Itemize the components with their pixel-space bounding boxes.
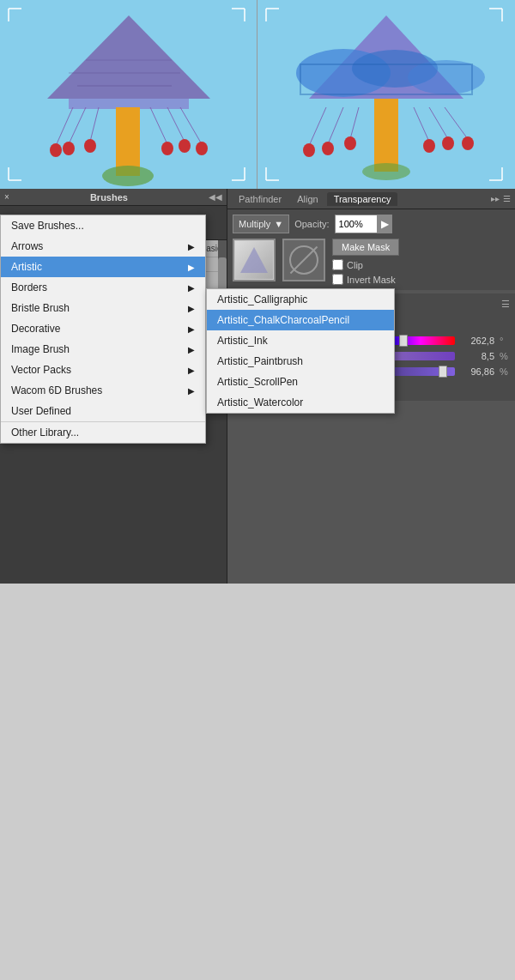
clip-label: Clip — [347, 260, 363, 270]
arrow-icon: ▶ — [188, 263, 195, 272]
svg-line-42 — [309, 107, 326, 146]
h-thumb[interactable] — [399, 335, 408, 347]
tab-align[interactable]: Align — [290, 192, 324, 206]
mask-preview — [235, 241, 273, 279]
transparency-row1: Multiply ▼ Opacity: 100% ▶ — [233, 215, 510, 233]
arrow-icon: ▶ — [188, 345, 195, 354]
svg-line-44 — [328, 107, 343, 144]
canvas-left — [0, 0, 258, 189]
no-mask-circle — [289, 245, 318, 275]
opacity-label: Opacity: — [294, 219, 329, 229]
svg-marker-54 — [240, 247, 268, 273]
menu-item-artistic[interactable]: Artistic ▶ — [1, 257, 205, 277]
clip-checkbox[interactable] — [332, 259, 343, 270]
arrow-icon: ▶ — [188, 366, 195, 375]
mask-preview-svg — [237, 244, 271, 276]
transparency-content: Multiply ▼ Opacity: 100% ▶ — [227, 209, 515, 290]
menu-item-user-defined[interactable]: User Defined — [1, 401, 205, 421]
submenu-item-calligraphic[interactable]: Artistic_Calligraphic — [207, 289, 394, 310]
artistic-submenu[interactable]: Artistic_Calligraphic Artistic_ChalkChar… — [206, 288, 395, 414]
no-mask-indicator — [282, 239, 325, 281]
svg-point-22 — [161, 142, 173, 155]
tab-icons: ▸▸ ☰ — [491, 194, 511, 203]
h-unit: ° — [500, 336, 510, 346]
menu-item-wacom[interactable]: Wacom 6D Brushes ▶ — [1, 380, 205, 401]
mask-options: Make Mask Clip Invert Mask — [332, 239, 399, 285]
svg-line-50 — [429, 107, 448, 139]
svg-line-21 — [150, 107, 167, 144]
svg-line-19 — [90, 107, 99, 142]
dropdown-arrow-icon: ▼ — [274, 219, 283, 229]
menu-item-vector-packs[interactable]: Vector Packs ▶ — [1, 360, 205, 380]
b-value: 96,86 — [460, 366, 494, 377]
brushes-title-bar: × Brushes ◀◀ — [0, 189, 227, 206]
panels-wrapper: × Brushes ◀◀ Basic — [0, 189, 515, 584]
svg-point-14 — [102, 166, 154, 186]
h-value: 262,8 — [460, 336, 494, 346]
tab-transparency[interactable]: Transparency — [327, 192, 398, 206]
arrow-icon: ▶ — [188, 386, 195, 396]
svg-line-17 — [69, 107, 86, 144]
color-panel-menu[interactable]: ☰ — [501, 299, 510, 310]
svg-point-47 — [344, 136, 356, 150]
svg-point-53 — [462, 136, 474, 150]
tab-bar: Pathfinder Align Transparency ▸▸ ☰ — [227, 189, 515, 209]
invert-mask-checkbox-row: Invert Mask — [332, 274, 399, 285]
clip-checkbox-row: Clip — [332, 259, 399, 270]
svg-line-48 — [414, 107, 429, 142]
opacity-field[interactable]: 100% — [335, 215, 378, 233]
canvas-left-svg — [0, 0, 257, 189]
arrow-icon: ▶ — [188, 283, 195, 293]
arrow-icon: ▶ — [188, 304, 195, 313]
svg-point-18 — [63, 142, 75, 155]
tab-menu-icon[interactable]: ☰ — [503, 194, 511, 203]
opacity-stepper[interactable]: ▶ — [378, 215, 392, 233]
b-unit: % — [500, 366, 510, 377]
collapse-arrows[interactable]: ◀◀ — [209, 192, 222, 202]
brushes-dropdown-menu[interactable]: Save Brushes... Arrows ▶ Artistic ▶ Bord… — [0, 215, 206, 444]
svg-point-45 — [322, 142, 334, 155]
svg-point-24 — [179, 139, 191, 153]
svg-point-43 — [303, 143, 315, 157]
svg-point-51 — [442, 136, 454, 150]
invert-mask-label: Invert Mask — [347, 275, 396, 285]
menu-item-decorative[interactable]: Decorative ▶ — [1, 318, 205, 339]
blend-mode-dropdown[interactable]: Multiply ▼ — [233, 215, 289, 233]
close-button[interactable]: × — [4, 192, 9, 202]
canvas-right — [258, 0, 515, 189]
menu-item-save-brushes[interactable]: Save Brushes... — [1, 215, 205, 236]
menu-item-other-library[interactable]: Other Library... — [1, 421, 205, 443]
svg-rect-40 — [374, 99, 398, 172]
menu-item-borders[interactable]: Borders ▶ — [1, 277, 205, 298]
make-mask-button[interactable]: Make Mask — [332, 239, 399, 256]
arrow-icon: ▶ — [188, 242, 195, 251]
b-thumb[interactable] — [439, 366, 447, 378]
menu-item-image-brush[interactable]: Image Brush ▶ — [1, 339, 205, 360]
tab-pathfinder[interactable]: Pathfinder — [232, 192, 288, 206]
svg-point-41 — [362, 163, 410, 180]
invert-mask-checkbox[interactable] — [332, 274, 343, 285]
arrow-icon: ▶ — [188, 324, 195, 334]
submenu-item-ink[interactable]: Artistic_Ink — [207, 330, 394, 351]
opacity-input-group: 100% ▶ — [335, 215, 392, 233]
canvas-right-svg — [258, 0, 515, 189]
scroll-thumb[interactable] — [218, 257, 227, 292]
svg-line-46 — [350, 107, 359, 139]
svg-point-16 — [50, 143, 62, 157]
tab-arrow-icon[interactable]: ▸▸ — [491, 194, 500, 203]
menu-item-arrows[interactable]: Arrows ▶ — [1, 236, 205, 257]
submenu-item-watercolor[interactable]: Artistic_Watercolor — [207, 392, 394, 413]
submenu-item-chalk[interactable]: Artistic_ChalkCharcoalPencil — [207, 310, 394, 330]
menu-item-bristle[interactable]: Bristle Brush ▶ — [1, 298, 205, 318]
top-canvas-area — [0, 0, 515, 189]
no-mask-slash — [290, 246, 318, 275]
svg-point-26 — [196, 142, 208, 155]
s-unit: % — [500, 351, 510, 361]
mask-thumbnail — [233, 239, 276, 281]
svg-point-49 — [423, 139, 435, 153]
brushes-panel: × Brushes ◀◀ Basic — [0, 189, 227, 584]
submenu-item-scrollpen[interactable]: Artistic_ScrollPen — [207, 372, 394, 392]
transparency-row2: Make Mask Clip Invert Mask — [233, 239, 510, 285]
submenu-item-paintbrush[interactable]: Artistic_Paintbrush — [207, 351, 394, 372]
svg-line-52 — [445, 107, 468, 139]
